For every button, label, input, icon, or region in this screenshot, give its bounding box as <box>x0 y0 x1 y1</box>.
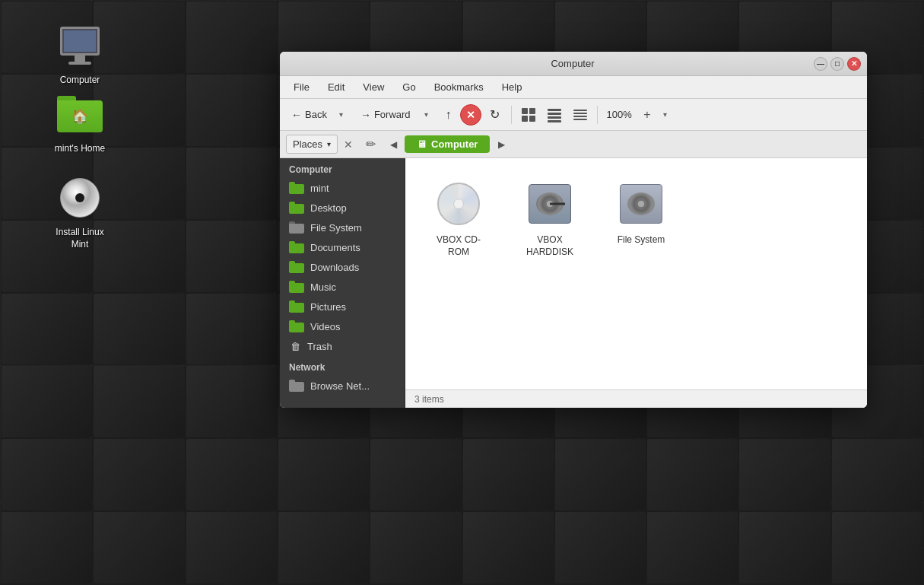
file-item-filesystem[interactable]: File System <box>603 173 679 264</box>
breadcrumb-computer[interactable]: 🖥 Computer <box>405 135 490 153</box>
reload-icon: ↻ <box>490 107 500 122</box>
svg-rect-2 <box>522 116 528 122</box>
svg-rect-1 <box>529 108 535 114</box>
svg-rect-5 <box>548 113 561 115</box>
sidebar-item-pictures-label: Pictures <box>310 301 346 313</box>
close-places-button[interactable]: ✕ <box>341 137 356 152</box>
menu-view[interactable]: View <box>355 78 392 96</box>
folder-documents-icon <box>289 241 304 253</box>
titlebar-controls: — □ ✕ <box>814 57 861 71</box>
svg-rect-0 <box>522 108 528 114</box>
status-text: 3 items <box>414 394 444 405</box>
toolbar-sep-1 <box>511 106 512 124</box>
sidebar-item-mint[interactable]: mint <box>280 178 405 198</box>
file-area: VBOX CD-ROM VBOX HARDDISK <box>405 158 867 408</box>
toolbar-dropdown-icon: ▾ <box>663 110 667 119</box>
reload-button[interactable]: ↻ <box>483 103 506 127</box>
content-area: Computer mint Desktop <box>280 158 867 408</box>
computer-icon <box>56 21 104 70</box>
forward-dropdown-icon: ▾ <box>424 110 428 119</box>
sidebar-item-videos[interactable]: Videos <box>280 316 405 336</box>
back-dropdown-button[interactable]: ▾ <box>334 104 349 126</box>
svg-rect-6 <box>548 116 561 119</box>
desktop-icon-home[interactable]: 🏠 mint's Home <box>46 84 114 161</box>
trash-icon: 🗑 <box>289 340 301 352</box>
folder-downloads-icon <box>289 261 304 273</box>
places-dropdown-icon: ▾ <box>327 140 331 148</box>
back-dropdown-icon: ▾ <box>339 110 343 119</box>
sidebar-item-filesystem[interactable]: File System <box>280 218 405 237</box>
sidebar-item-browse-net[interactable]: Browse Net... <box>280 376 405 396</box>
toolbar-dropdown-button[interactable]: ▾ <box>658 104 673 126</box>
sidebar-item-pictures[interactable]: Pictures <box>280 297 405 316</box>
edit-pencil-icon: ✏ <box>366 137 376 151</box>
menubar: File Edit View Go Bookmarks Help <box>280 76 867 99</box>
up-button[interactable]: ↑ <box>439 103 459 127</box>
edit-location-button[interactable]: ✏ <box>359 134 382 155</box>
filesystem-file-icon <box>617 180 665 228</box>
forward-button[interactable]: → Forward <box>354 103 418 127</box>
places-label-text: Places <box>293 138 322 150</box>
home-folder-icon: 🏠 <box>56 90 104 138</box>
back-label: Back <box>305 109 327 120</box>
statusbar: 3 items <box>405 389 867 408</box>
svg-rect-4 <box>548 109 561 111</box>
close-icon: ✕ <box>851 59 857 68</box>
zoom-level: 100% <box>602 109 637 120</box>
toolbar-sep-2 <box>597 106 598 124</box>
menu-help[interactable]: Help <box>494 78 530 96</box>
sidebar-item-trash-label: Trash <box>307 341 332 352</box>
places-button[interactable]: Places ▾ <box>286 135 338 154</box>
sidebar-item-desktop[interactable]: Desktop <box>280 198 405 218</box>
forward-dropdown-button[interactable]: ▾ <box>419 104 434 126</box>
zoom-in-button[interactable]: + <box>638 106 656 124</box>
titlebar: Computer — □ ✕ <box>280 52 867 76</box>
svg-rect-10 <box>573 116 587 117</box>
folder-network-icon <box>289 380 304 392</box>
sidebar-item-trash[interactable]: 🗑 Trash <box>280 336 405 356</box>
file-item-cdrom[interactable]: VBOX CD-ROM <box>421 173 497 264</box>
stop-button[interactable]: ✕ <box>460 104 481 126</box>
file-grid: VBOX CD-ROM VBOX HARDDISK <box>405 158 867 389</box>
filesystem-label: File System <box>618 234 665 246</box>
menu-bookmarks[interactable]: Bookmarks <box>427 78 491 96</box>
desktop-icon-computer[interactable]: Computer <box>46 15 114 93</box>
menu-go[interactable]: Go <box>395 78 423 96</box>
list-view-icon <box>547 107 562 122</box>
sidebar-item-downloads[interactable]: Downloads <box>280 257 405 277</box>
compact-view-icon <box>573 107 588 122</box>
location-forward-button[interactable]: ▶ <box>493 134 510 155</box>
icon-view-button[interactable] <box>516 104 541 126</box>
hdd-label: VBOX HARDDISK <box>518 234 582 258</box>
maximize-button[interactable]: □ <box>830 57 844 71</box>
location-back-button[interactable]: ◀ <box>385 134 402 155</box>
close-button[interactable]: ✕ <box>847 57 861 71</box>
location-forward-icon: ▶ <box>498 139 505 150</box>
sidebar-item-desktop-label: Desktop <box>310 202 347 214</box>
menu-file[interactable]: File <box>286 78 317 96</box>
sidebar-item-music[interactable]: Music <box>280 277 405 297</box>
svg-rect-11 <box>573 119 587 120</box>
minimize-icon: — <box>817 59 824 68</box>
compact-view-button[interactable] <box>568 104 592 126</box>
folder-videos-icon <box>289 320 304 332</box>
menu-edit[interactable]: Edit <box>320 78 352 96</box>
folder-mint-icon <box>289 182 304 194</box>
stop-icon: ✕ <box>466 109 475 121</box>
sidebar-item-documents[interactable]: Documents <box>280 237 405 257</box>
folder-filesystem-icon <box>289 221 304 234</box>
icon-view-icon <box>521 107 536 122</box>
sidebar-item-videos-label: Videos <box>310 321 341 332</box>
desktop-icon-install[interactable]: Install Linux Mint <box>46 167 114 256</box>
install-cd-icon <box>56 173 104 222</box>
list-view-button[interactable] <box>542 104 567 126</box>
file-manager-window: Computer — □ ✕ File Edit View Go Bookmar… <box>280 52 867 408</box>
svg-rect-9 <box>573 113 587 114</box>
sidebar: Computer mint Desktop <box>280 158 405 408</box>
breadcrumb-computer-icon: 🖥 <box>417 138 427 150</box>
back-button[interactable]: ← Back <box>284 103 332 127</box>
file-item-hdd[interactable]: VBOX HARDDISK <box>512 173 588 264</box>
sidebar-item-documents-label: Documents <box>310 242 360 253</box>
sidebar-item-downloads-label: Downloads <box>310 262 359 273</box>
minimize-button[interactable]: — <box>814 57 827 71</box>
